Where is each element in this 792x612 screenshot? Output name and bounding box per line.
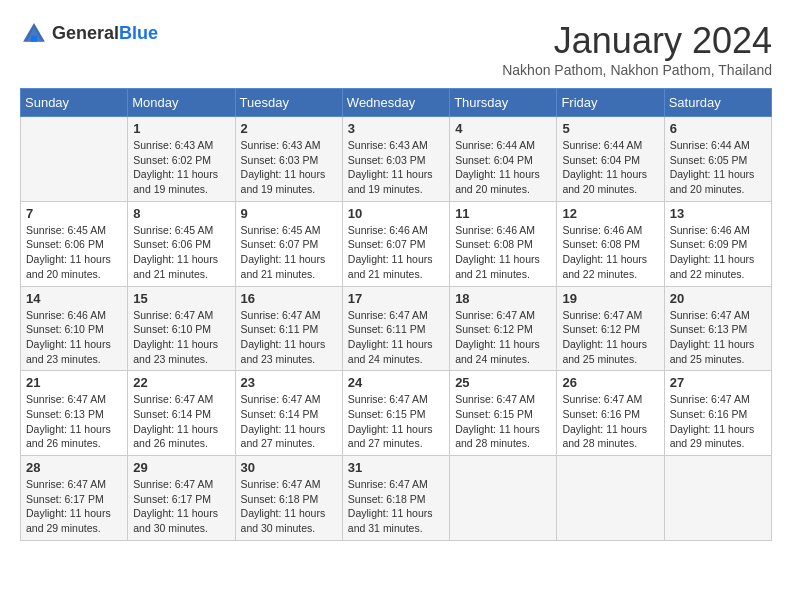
week-row-2: 14Sunrise: 6:46 AM Sunset: 6:10 PM Dayli…	[21, 286, 772, 371]
day-cell: 23Sunrise: 6:47 AM Sunset: 6:14 PM Dayli…	[235, 371, 342, 456]
day-info: Sunrise: 6:47 AM Sunset: 6:17 PM Dayligh…	[26, 477, 122, 536]
header-tuesday: Tuesday	[235, 89, 342, 117]
day-number: 1	[133, 121, 229, 136]
header-saturday: Saturday	[664, 89, 771, 117]
header-monday: Monday	[128, 89, 235, 117]
day-number: 24	[348, 375, 444, 390]
day-info: Sunrise: 6:47 AM Sunset: 6:15 PM Dayligh…	[455, 392, 551, 451]
header-row: Sunday Monday Tuesday Wednesday Thursday…	[21, 89, 772, 117]
day-number: 3	[348, 121, 444, 136]
day-cell: 24Sunrise: 6:47 AM Sunset: 6:15 PM Dayli…	[342, 371, 449, 456]
week-row-3: 21Sunrise: 6:47 AM Sunset: 6:13 PM Dayli…	[21, 371, 772, 456]
header-thursday: Thursday	[450, 89, 557, 117]
day-cell: 9Sunrise: 6:45 AM Sunset: 6:07 PM Daylig…	[235, 201, 342, 286]
day-info: Sunrise: 6:43 AM Sunset: 6:03 PM Dayligh…	[348, 138, 444, 197]
week-row-0: 1Sunrise: 6:43 AM Sunset: 6:02 PM Daylig…	[21, 117, 772, 202]
day-info: Sunrise: 6:45 AM Sunset: 6:07 PM Dayligh…	[241, 223, 337, 282]
day-number: 7	[26, 206, 122, 221]
day-number: 9	[241, 206, 337, 221]
day-info: Sunrise: 6:47 AM Sunset: 6:18 PM Dayligh…	[241, 477, 337, 536]
day-cell: 13Sunrise: 6:46 AM Sunset: 6:09 PM Dayli…	[664, 201, 771, 286]
day-info: Sunrise: 6:44 AM Sunset: 6:04 PM Dayligh…	[455, 138, 551, 197]
day-number: 11	[455, 206, 551, 221]
logo-general: GeneralBlue	[52, 24, 158, 44]
day-cell: 6Sunrise: 6:44 AM Sunset: 6:05 PM Daylig…	[664, 117, 771, 202]
header-wednesday: Wednesday	[342, 89, 449, 117]
day-number: 5	[562, 121, 658, 136]
day-info: Sunrise: 6:43 AM Sunset: 6:02 PM Dayligh…	[133, 138, 229, 197]
day-info: Sunrise: 6:46 AM Sunset: 6:08 PM Dayligh…	[562, 223, 658, 282]
day-cell: 31Sunrise: 6:47 AM Sunset: 6:18 PM Dayli…	[342, 456, 449, 541]
day-cell: 17Sunrise: 6:47 AM Sunset: 6:11 PM Dayli…	[342, 286, 449, 371]
day-cell: 27Sunrise: 6:47 AM Sunset: 6:16 PM Dayli…	[664, 371, 771, 456]
day-info: Sunrise: 6:47 AM Sunset: 6:13 PM Dayligh…	[26, 392, 122, 451]
day-info: Sunrise: 6:46 AM Sunset: 6:07 PM Dayligh…	[348, 223, 444, 282]
day-info: Sunrise: 6:44 AM Sunset: 6:04 PM Dayligh…	[562, 138, 658, 197]
calendar-header: Sunday Monday Tuesday Wednesday Thursday…	[21, 89, 772, 117]
day-cell: 3Sunrise: 6:43 AM Sunset: 6:03 PM Daylig…	[342, 117, 449, 202]
day-info: Sunrise: 6:45 AM Sunset: 6:06 PM Dayligh…	[133, 223, 229, 282]
day-info: Sunrise: 6:47 AM Sunset: 6:13 PM Dayligh…	[670, 308, 766, 367]
day-number: 19	[562, 291, 658, 306]
day-cell	[557, 456, 664, 541]
day-cell: 4Sunrise: 6:44 AM Sunset: 6:04 PM Daylig…	[450, 117, 557, 202]
day-number: 22	[133, 375, 229, 390]
day-cell: 19Sunrise: 6:47 AM Sunset: 6:12 PM Dayli…	[557, 286, 664, 371]
day-info: Sunrise: 6:47 AM Sunset: 6:18 PM Dayligh…	[348, 477, 444, 536]
day-cell: 30Sunrise: 6:47 AM Sunset: 6:18 PM Dayli…	[235, 456, 342, 541]
day-cell: 16Sunrise: 6:47 AM Sunset: 6:11 PM Dayli…	[235, 286, 342, 371]
day-cell: 14Sunrise: 6:46 AM Sunset: 6:10 PM Dayli…	[21, 286, 128, 371]
day-info: Sunrise: 6:47 AM Sunset: 6:10 PM Dayligh…	[133, 308, 229, 367]
day-number: 12	[562, 206, 658, 221]
day-cell: 22Sunrise: 6:47 AM Sunset: 6:14 PM Dayli…	[128, 371, 235, 456]
day-info: Sunrise: 6:47 AM Sunset: 6:15 PM Dayligh…	[348, 392, 444, 451]
calendar-body: 1Sunrise: 6:43 AM Sunset: 6:02 PM Daylig…	[21, 117, 772, 541]
day-cell: 21Sunrise: 6:47 AM Sunset: 6:13 PM Dayli…	[21, 371, 128, 456]
day-number: 30	[241, 460, 337, 475]
day-number: 20	[670, 291, 766, 306]
day-number: 18	[455, 291, 551, 306]
day-number: 17	[348, 291, 444, 306]
day-number: 26	[562, 375, 658, 390]
day-cell: 10Sunrise: 6:46 AM Sunset: 6:07 PM Dayli…	[342, 201, 449, 286]
day-cell: 2Sunrise: 6:43 AM Sunset: 6:03 PM Daylig…	[235, 117, 342, 202]
day-number: 23	[241, 375, 337, 390]
month-title: January 2024	[502, 20, 772, 62]
header-friday: Friday	[557, 89, 664, 117]
day-number: 8	[133, 206, 229, 221]
day-number: 28	[26, 460, 122, 475]
day-info: Sunrise: 6:44 AM Sunset: 6:05 PM Dayligh…	[670, 138, 766, 197]
day-cell: 1Sunrise: 6:43 AM Sunset: 6:02 PM Daylig…	[128, 117, 235, 202]
day-number: 13	[670, 206, 766, 221]
day-number: 21	[26, 375, 122, 390]
day-number: 6	[670, 121, 766, 136]
location-subtitle: Nakhon Pathom, Nakhon Pathom, Thailand	[502, 62, 772, 78]
day-cell: 26Sunrise: 6:47 AM Sunset: 6:16 PM Dayli…	[557, 371, 664, 456]
day-info: Sunrise: 6:47 AM Sunset: 6:16 PM Dayligh…	[670, 392, 766, 451]
day-cell: 8Sunrise: 6:45 AM Sunset: 6:06 PM Daylig…	[128, 201, 235, 286]
day-info: Sunrise: 6:47 AM Sunset: 6:12 PM Dayligh…	[455, 308, 551, 367]
day-cell: 5Sunrise: 6:44 AM Sunset: 6:04 PM Daylig…	[557, 117, 664, 202]
day-cell	[664, 456, 771, 541]
day-cell	[450, 456, 557, 541]
header-sunday: Sunday	[21, 89, 128, 117]
day-info: Sunrise: 6:46 AM Sunset: 6:08 PM Dayligh…	[455, 223, 551, 282]
day-cell	[21, 117, 128, 202]
week-row-4: 28Sunrise: 6:47 AM Sunset: 6:17 PM Dayli…	[21, 456, 772, 541]
day-info: Sunrise: 6:47 AM Sunset: 6:12 PM Dayligh…	[562, 308, 658, 367]
day-info: Sunrise: 6:43 AM Sunset: 6:03 PM Dayligh…	[241, 138, 337, 197]
day-info: Sunrise: 6:47 AM Sunset: 6:14 PM Dayligh…	[133, 392, 229, 451]
week-row-1: 7Sunrise: 6:45 AM Sunset: 6:06 PM Daylig…	[21, 201, 772, 286]
day-number: 29	[133, 460, 229, 475]
day-info: Sunrise: 6:46 AM Sunset: 6:10 PM Dayligh…	[26, 308, 122, 367]
day-cell: 20Sunrise: 6:47 AM Sunset: 6:13 PM Dayli…	[664, 286, 771, 371]
calendar-table: Sunday Monday Tuesday Wednesday Thursday…	[20, 88, 772, 541]
day-number: 16	[241, 291, 337, 306]
logo-icon	[20, 20, 48, 48]
day-info: Sunrise: 6:46 AM Sunset: 6:09 PM Dayligh…	[670, 223, 766, 282]
day-number: 14	[26, 291, 122, 306]
day-number: 31	[348, 460, 444, 475]
day-cell: 12Sunrise: 6:46 AM Sunset: 6:08 PM Dayli…	[557, 201, 664, 286]
day-cell: 29Sunrise: 6:47 AM Sunset: 6:17 PM Dayli…	[128, 456, 235, 541]
day-cell: 18Sunrise: 6:47 AM Sunset: 6:12 PM Dayli…	[450, 286, 557, 371]
